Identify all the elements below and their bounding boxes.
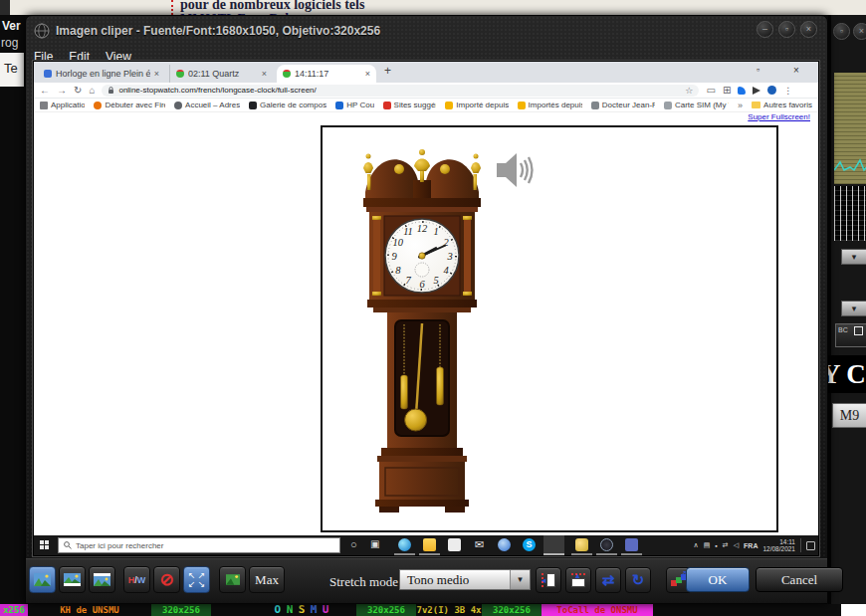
back-icon: ← [40,84,50,98]
bg-dropdown-2[interactable]: ▾ [841,301,866,316]
cortana-icon: ○ [350,538,357,550]
bookmark-item: HP Cours [335,101,373,109]
volume-icon: ◁ [734,541,739,549]
shift-up-button[interactable]: ▴ [565,567,591,593]
bookmark-item: Importé depuis Fir [445,101,508,109]
other-bookmarks: Autres favoris [752,101,812,109]
max-button[interactable]: Max [249,566,285,593]
folder-icon [752,102,760,108]
background-waveform [834,186,866,241]
browser-maximize-icon: ▫ [757,65,759,75]
chevron-down-icon[interactable]: ▾ [510,570,530,589]
rotate-button[interactable]: ↻ [625,567,651,593]
hw-icon: H/W [128,575,146,585]
picture-icon [34,573,51,586]
skype-icon: S [523,538,536,551]
globe-icon [498,538,511,551]
background-fragment-rog: rog [1,36,18,50]
clock-image-frame: 12 1 2 3 4 5 6 7 8 9 10 11 [321,125,778,532]
clock-numeral: 5 [433,275,438,286]
expand-arrows-icon: ↖↗ ↙↘ [187,571,207,589]
letter: S [299,604,306,616]
dialog-titlebar[interactable]: Imagen cliper - Fuente/Font:1680x1050, O… [26,16,827,46]
maximize-icon[interactable]: ▫ [778,21,795,38]
plane-extension-icon [753,87,760,95]
chevron-up-icon: ∧ [694,541,699,549]
reload-icon: ↻ [74,84,82,98]
browser-close-icon: × [793,65,799,76]
bookmark-item: Importés depuis IE [518,101,582,109]
bookmark-label: Carte SIM (My Viki [675,101,729,109]
bookmark-item: Applications [40,101,85,109]
thumb-label: 320x256 [151,604,211,616]
tab-label: 14:11:17 [295,69,361,79]
image-letterbox-top-button[interactable] [89,566,115,593]
clock-numeral: 7 [405,275,411,286]
url-bar: online-stopwatch.com/french/longcase-clo… [102,85,699,97]
bg-maximize-button[interactable]: ▫ [833,23,850,40]
swap-arrows-icon: ⇄ [602,571,615,589]
bg-close-button[interactable]: × [853,23,866,40]
expand-button[interactable]: ↖↗ ↙↘ [183,566,210,593]
small-picture-icon [226,574,240,585]
fullscreen-link: Super Fullscreen! [748,112,810,121]
browser-globe-app [494,535,515,555]
clock-numeral: 12 [417,223,428,234]
shift-left-icon: ◂ [540,571,557,589]
bg-bc-label: BC [838,326,848,333]
mail-icon: ✉ [473,538,486,551]
background-window-right: ▫ × ▾ ▾ BC Y C M9 [828,15,866,604]
bookmark-item: Accueil – Adresses [174,101,240,109]
flip-horizontal-button[interactable]: ⇄ [595,567,621,593]
explorer-app [419,535,440,555]
shift-left-button[interactable]: ◂ [536,567,561,593]
tab-close-icon: × [365,69,370,79]
cancel-button[interactable]: Cancel [756,567,843,592]
bookmark-favicon [249,102,257,109]
minimize-icon[interactable]: – [757,21,773,38]
thumb-label: ToCall de ONSMU [541,604,653,616]
aspect-ratio-button[interactable]: H/W [123,566,150,593]
bookmark-favicon [94,102,102,109]
site-favicon [44,70,52,78]
capture-preview[interactable]: Horloge en ligne Plein écran × 02:11 Qua… [33,61,819,556]
yellow-app [571,535,592,555]
bg-m9-button[interactable]: M9 [832,403,866,428]
ok-button[interactable]: OK [686,567,750,592]
thumb-label: KH de UNSMU [28,604,151,616]
windows-taskbar: Taper ici pour rechercher ○ ▣ ✉ S ∧ ▤ ▪ [34,535,818,555]
speaker-icon [497,151,537,189]
strip-white-corner [841,604,866,616]
bookmark-favicon [40,102,48,109]
bg-bc-button[interactable]: BC [835,323,866,347]
stretch-mode-select[interactable]: Tono medio ▾ [399,569,531,590]
bookmark-favicon [591,102,599,109]
mail-app: ✉ [469,535,490,555]
thumb-label: 7v2(I) 3B 4x [416,604,482,616]
thumbnail-button[interactable] [219,566,246,593]
thumb-label: 320x256 [482,604,541,616]
browser-tab-3-active: 14:11:17 × [277,65,376,83]
image-letterbox-bottom-button[interactable] [59,566,86,593]
stretch-mode-value: Tono medio [407,572,469,588]
disable-button[interactable]: ⊘ [153,566,180,593]
purple-app-icon [625,538,638,551]
store-app [444,535,465,555]
close-icon[interactable]: × [800,21,817,38]
bg-dropdown-1[interactable]: ▾ [841,249,866,265]
folder-icon [423,538,436,551]
pendulum-bob [405,409,427,431]
tab-close-icon: × [154,69,159,79]
tray-clock: 14:11 12/08/2021 [762,538,795,553]
tab-label: 02:11 Quartz [188,69,258,79]
task-view-icon: ▣ [370,538,379,549]
prohibition-icon: ⊘ [159,569,173,590]
square-icon [854,326,863,335]
forward-icon: → [57,84,67,98]
image-fit-button[interactable] [29,566,56,593]
bookmark-favicon [174,102,182,109]
bookmarks-bar: Applications Débuter avec Firefox Accuei… [34,99,818,112]
pip-icon: ▭ [706,84,715,98]
clock-numeral: 11 [403,226,413,237]
bookmark-favicon [518,102,526,109]
